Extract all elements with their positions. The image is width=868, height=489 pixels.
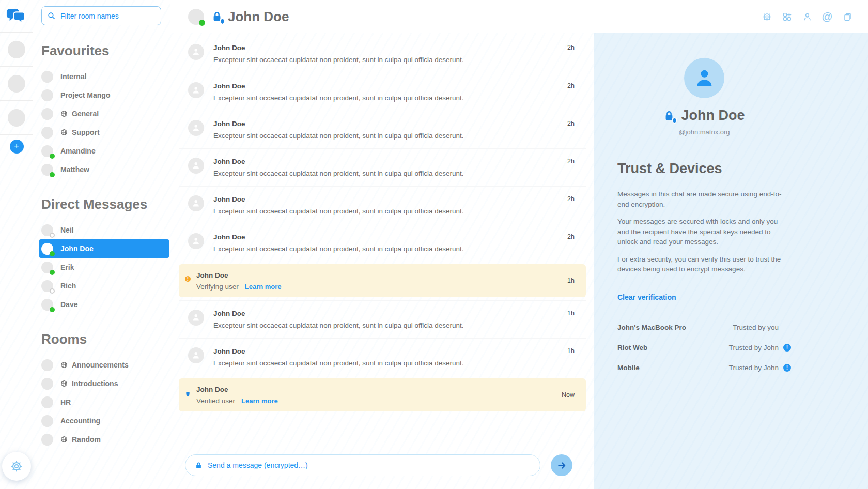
files-button[interactable] — [840, 9, 855, 24]
room-label: John Doe — [60, 244, 94, 253]
message-avatar — [188, 44, 204, 60]
composer — [179, 446, 586, 489]
settings-button[interactable] — [2, 452, 31, 481]
sidebar: Favourites Internal Project Mango Genera… — [33, 0, 171, 489]
room-avatar — [41, 127, 53, 139]
message-author: John Doe — [213, 310, 560, 317]
sidebar-section: Rooms Announcements Introductions HR Acc… — [41, 331, 170, 449]
message-avatar — [188, 82, 204, 98]
room-label: Neil — [60, 226, 74, 234]
header-toolbar: @ — [760, 9, 855, 24]
sidebar-room-dave[interactable]: Dave — [41, 295, 170, 314]
sidebar-room-rich[interactable]: Rich — [41, 277, 170, 295]
room-avatar — [41, 164, 53, 176]
trust-paragraph: For extra security, you can verify this … — [617, 254, 791, 274]
room-settings-button[interactable] — [760, 9, 774, 24]
room-filter — [41, 6, 161, 25]
sidebar-section-title: Direct Messages — [41, 196, 170, 212]
info-icon[interactable]: ! — [783, 364, 791, 372]
room-avatar — [41, 224, 53, 236]
device-name: John's MacBook Pro — [617, 324, 686, 331]
add-room-button[interactable]: + — [10, 140, 24, 154]
sidebar-room-john-doe[interactable]: John Doe — [39, 239, 169, 258]
room-title: John Doe — [228, 9, 289, 25]
room-avatar — [41, 243, 53, 255]
riot-chat-app: + Favourites Internal — [0, 0, 868, 489]
message-author: John Doe — [213, 233, 560, 241]
sidebar-room-introductions[interactable]: Introductions — [41, 374, 170, 393]
app-logo[interactable] — [6, 0, 27, 32]
room-label: Dave — [60, 300, 78, 309]
clear-verification-link[interactable]: Clear verification — [617, 293, 676, 301]
message-input[interactable] — [208, 461, 531, 469]
gear-icon — [762, 12, 772, 22]
globe-icon — [60, 436, 68, 443]
sidebar-section: Direct Messages Neil John Doe Erik Rich … — [41, 196, 170, 314]
device-name: Mobile — [617, 364, 640, 372]
message-text: Excepteur sint occaecat cupidatat non pr… — [213, 359, 560, 367]
device-row: John's MacBook Pro Trusted by you ! — [617, 317, 791, 338]
send-button[interactable] — [551, 454, 572, 476]
security-event-row: ! John Doe Verifying user Learn more 1h — [179, 262, 586, 300]
message-author: John Doe — [213, 44, 560, 52]
security-event-row: John Doe Verified user Learn more Now — [179, 376, 586, 415]
presence-dot — [50, 307, 55, 312]
rail-add-slot: + — [0, 134, 33, 154]
grid-plus-icon — [782, 12, 792, 22]
mentions-icon[interactable]: @ — [820, 9, 834, 24]
sidebar-room-erik[interactable]: Erik — [41, 258, 170, 277]
info-icon[interactable]: ! — [783, 344, 791, 352]
room-label: Support — [72, 128, 100, 136]
message-text: Excepteur sint occaecat cupidatat non pr… — [213, 94, 560, 102]
sidebar-room-internal[interactable]: Internal — [41, 67, 170, 86]
sidebar-room-announcements[interactable]: Announcements — [41, 356, 170, 374]
rail-room-avatar[interactable] — [8, 75, 25, 93]
add-integration-button[interactable] — [780, 9, 794, 24]
filter-room-input[interactable] — [60, 12, 156, 20]
message-timestamp: 1h — [567, 347, 575, 355]
sidebar-room-matthew[interactable]: Matthew — [41, 160, 170, 179]
message-author: John Doe — [213, 82, 560, 90]
sidebar-room-amandine[interactable]: Amandine — [41, 142, 170, 160]
device-name: Riot Web — [617, 344, 647, 352]
message-text: Excepteur sint occaecat cupidatat non pr… — [213, 56, 560, 64]
sidebar-room-random[interactable]: Random — [41, 430, 170, 449]
device-trust-text: Trusted by you — [733, 324, 779, 331]
room-avatar — [41, 299, 53, 311]
user-matrix-id: @john:matrix.org — [617, 128, 791, 136]
message-avatar — [188, 233, 204, 249]
room-label: HR — [60, 398, 71, 406]
message-row: John Doe Excepteur sint occaecat cupidat… — [179, 111, 586, 148]
globe-icon — [60, 129, 68, 136]
sidebar-room-accounting[interactable]: Accounting — [41, 411, 170, 430]
rail-room-avatar[interactable] — [8, 109, 25, 127]
sidebar-section-title: Rooms — [41, 331, 170, 347]
room-label: Amandine — [60, 147, 96, 155]
room-avatar — [41, 280, 53, 292]
presence-dot — [199, 20, 205, 26]
member-info-button[interactable] — [800, 9, 814, 24]
message-row: John Doe Excepteur sint occaecat cupidat… — [179, 73, 586, 111]
sidebar-room-neil[interactable]: Neil — [41, 221, 170, 239]
sidebar-room-project-mango[interactable]: Project Mango — [41, 86, 170, 104]
learn-more-link[interactable]: Learn more — [241, 397, 278, 405]
sidebar-room-support[interactable]: Support — [41, 123, 170, 142]
room-label: Introductions — [72, 379, 118, 388]
presence-dot — [50, 154, 55, 159]
message-author: John Doe — [196, 386, 554, 393]
message-timestamp: 2h — [567, 120, 575, 127]
presence-dot — [50, 172, 55, 177]
learn-more-link[interactable]: Learn more — [245, 283, 282, 291]
room-rail: + — [0, 0, 33, 489]
sidebar-room-hr[interactable]: HR — [41, 393, 170, 411]
sidebar-section-title: Favourites — [41, 43, 170, 59]
message-avatar — [188, 120, 204, 136]
message-timestamp: 2h — [567, 158, 575, 165]
message-author: John Doe — [196, 271, 560, 279]
message-text: Excepteur sint occaecat cupidatat non pr… — [213, 207, 560, 215]
person-icon — [802, 12, 812, 22]
sidebar-room-general[interactable]: General — [41, 104, 170, 123]
rail-room-avatar[interactable] — [8, 41, 25, 58]
message-author: John Doe — [213, 158, 560, 165]
message-author: John Doe — [213, 120, 560, 128]
